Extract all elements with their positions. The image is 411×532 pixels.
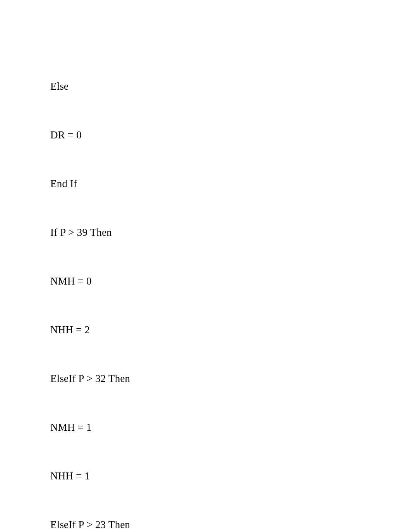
code-line: DR = 0 <box>50 127 149 143</box>
code-line: If P > 39 Then <box>50 224 149 240</box>
code-line: ElseIf P > 32 Then <box>50 370 149 387</box>
code-line: NMH = 0 <box>50 273 149 289</box>
code-line: NMH = 1 <box>50 419 149 435</box>
code-line: ElseIf P > 23 Then <box>50 517 149 532</box>
code-line: Else <box>50 78 149 94</box>
code-line: End If <box>50 176 149 192</box>
code-block: Else DR = 0 End If If P > 39 Then NMH = … <box>50 46 149 532</box>
code-line: NHH = 2 <box>50 322 149 338</box>
document-page: Else DR = 0 End If If P > 39 Then NMH = … <box>0 0 411 532</box>
code-line: NHH = 1 <box>50 468 149 484</box>
